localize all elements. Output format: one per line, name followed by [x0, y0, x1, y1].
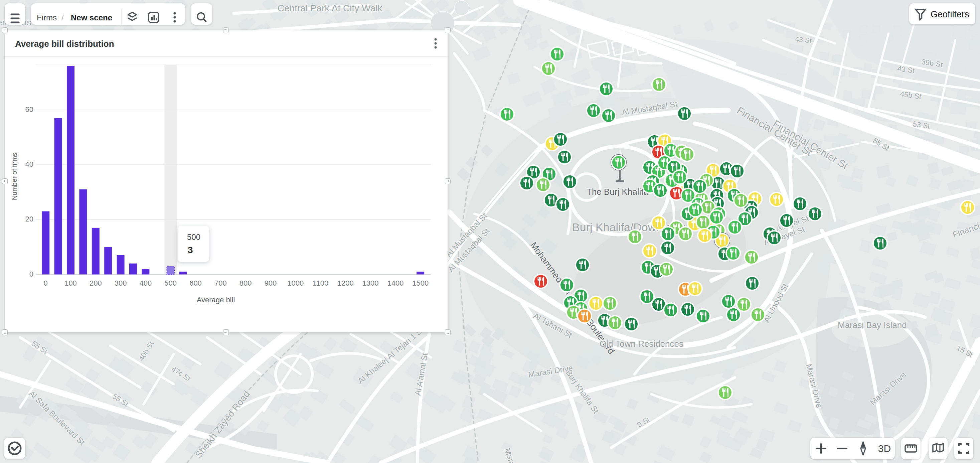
- svg-text:0: 0: [29, 270, 33, 278]
- svg-text:1200: 1200: [337, 279, 354, 287]
- svg-text:1400: 1400: [387, 279, 404, 287]
- svg-text:500: 500: [164, 279, 177, 287]
- svg-text:0: 0: [44, 279, 48, 287]
- svg-text:The Burj Khalifa: The Burj Khalifa: [587, 187, 649, 197]
- svg-text:40: 40: [25, 160, 33, 169]
- svg-text:900: 900: [264, 279, 277, 287]
- svg-text:Firms: Firms: [37, 13, 57, 22]
- svg-text:Geofilters: Geofilters: [931, 10, 969, 19]
- svg-text:1300: 1300: [363, 279, 379, 287]
- svg-text:Central Park At City Walk: Central Park At City Walk: [278, 3, 382, 13]
- svg-text:3: 3: [188, 245, 193, 255]
- svg-text:300: 300: [115, 279, 127, 287]
- svg-text:Number of firms: Number of firms: [11, 153, 18, 200]
- svg-text:Old Town Residences: Old Town Residences: [600, 339, 683, 349]
- svg-text:1500: 1500: [412, 279, 428, 287]
- svg-text:Average bill: Average bill: [197, 296, 235, 304]
- svg-text:1000: 1000: [287, 279, 304, 287]
- svg-text:400: 400: [140, 279, 152, 287]
- svg-text:Marasi Bay Island: Marasi Bay Island: [838, 320, 907, 330]
- svg-text:20: 20: [25, 215, 33, 223]
- svg-text:1100: 1100: [313, 279, 328, 287]
- svg-text:700: 700: [215, 279, 227, 287]
- svg-text:600: 600: [189, 279, 202, 287]
- svg-text:New scene: New scene: [71, 13, 112, 22]
- svg-text:200: 200: [89, 279, 102, 287]
- svg-text:100: 100: [64, 279, 77, 287]
- svg-text:500: 500: [187, 232, 200, 242]
- svg-text:60: 60: [25, 105, 33, 114]
- svg-text:3D: 3D: [878, 443, 891, 454]
- svg-text:/: /: [62, 13, 64, 22]
- svg-text:800: 800: [240, 279, 252, 287]
